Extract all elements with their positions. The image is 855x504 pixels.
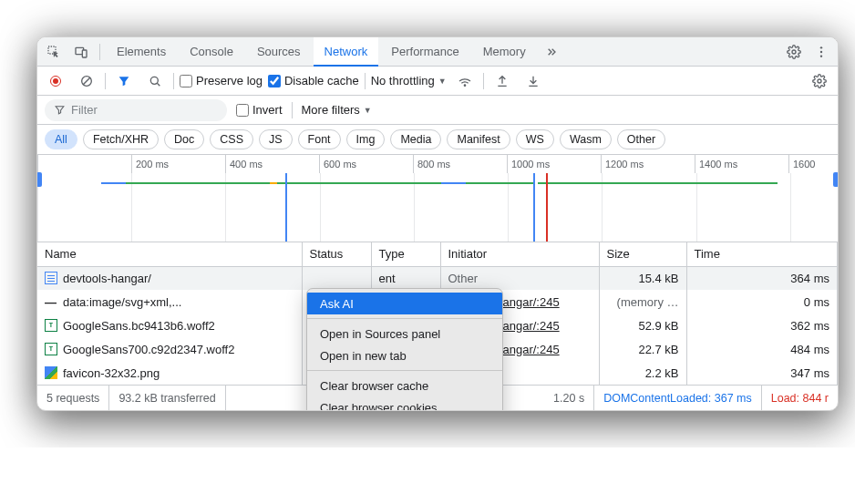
type-pill-all[interactable]: All <box>45 129 77 149</box>
timeline-tick: 1600 <box>788 155 838 173</box>
search-icon[interactable] <box>142 68 168 94</box>
dash-icon <box>45 295 57 308</box>
preserve-log-checkbox[interactable]: Preserve log <box>180 74 263 87</box>
context-menu: Ask AI Open in Sources panel Open in new… <box>306 288 503 411</box>
timeline-tick: 1200 ms <box>601 155 695 173</box>
col-initiator[interactable]: Initiator <box>440 242 599 266</box>
svg-point-9 <box>150 77 158 84</box>
kebab-menu-icon[interactable] <box>809 39 834 65</box>
svg-rect-2 <box>82 50 87 57</box>
timeline-tick: 600 ms <box>319 155 413 173</box>
tab-console[interactable]: Console <box>179 37 244 67</box>
type-pill-wasm[interactable]: Wasm <box>560 129 612 149</box>
status-load: Load: 844 r <box>762 386 838 410</box>
tab-network[interactable]: Network <box>314 37 379 67</box>
ctx-open-sources[interactable]: Open in Sources panel <box>307 323 502 345</box>
svg-line-8 <box>83 77 90 85</box>
col-name[interactable]: Name <box>37 242 302 266</box>
network-settings-icon[interactable] <box>807 68 832 94</box>
network-filter-row: Filter Invert More filters▼ <box>37 96 838 125</box>
timeline-handle-start[interactable] <box>36 172 42 187</box>
ctx-ask-ai[interactable]: Ask AI <box>307 293 502 314</box>
more-tabs-icon[interactable] <box>539 39 564 65</box>
status-dcl: DOMContentLoaded: 367 ms <box>594 386 762 410</box>
filter-icon[interactable] <box>111 68 137 94</box>
ctx-open-new-tab[interactable]: Open in new tab <box>307 345 502 366</box>
filter-input[interactable]: Filter <box>45 99 227 121</box>
invert-checkbox[interactable]: Invert <box>236 103 283 117</box>
svg-point-4 <box>820 46 822 48</box>
col-size[interactable]: Size <box>599 242 686 266</box>
tab-memory[interactable]: Memory <box>472 37 537 67</box>
table-row[interactable]: devtools-hangar/entOther15.4 kB364 ms <box>37 266 838 290</box>
devtools-tabs-strip: Elements Console Sources Network Perform… <box>37 37 838 67</box>
img-icon <box>45 366 57 379</box>
tab-performance[interactable]: Performance <box>380 37 469 67</box>
timeline-handle-end[interactable] <box>833 172 839 187</box>
status-requests: 5 requests <box>37 386 109 410</box>
timeline-tick: 400 ms <box>225 155 319 173</box>
table-header-row[interactable]: Name Status Type Initiator Size Time <box>37 242 838 266</box>
svg-point-3 <box>792 50 796 54</box>
status-transferred: 93.2 kB transferred <box>109 386 225 410</box>
throttling-dropdown[interactable]: No throttling▼ <box>371 74 447 87</box>
ctx-clear-cookies[interactable]: Clear browser cookies <box>307 396 502 411</box>
tab-sources[interactable]: Sources <box>246 37 312 67</box>
timeline-tick: 1400 ms <box>695 155 788 173</box>
type-pill-css[interactable]: CSS <box>210 129 253 149</box>
type-pill-ws[interactable]: WS <box>516 129 554 149</box>
import-har-icon[interactable] <box>520 68 546 94</box>
timeline-overview[interactable]: 200 ms 400 ms 600 ms 800 ms 1000 ms 1200… <box>37 155 838 242</box>
inspect-element-icon[interactable] <box>41 39 67 65</box>
type-pill-media[interactable]: Media <box>390 129 441 149</box>
svg-point-11 <box>464 85 465 86</box>
export-har-icon[interactable] <box>489 68 515 94</box>
type-pill-img[interactable]: Img <box>346 129 386 149</box>
font-icon <box>45 319 57 332</box>
resource-type-filters: All Fetch/XHR Doc CSS JS Font Img Media … <box>37 125 838 155</box>
doc-icon <box>45 272 57 284</box>
type-pill-js[interactable]: JS <box>259 129 293 149</box>
settings-icon[interactable] <box>781 39 807 65</box>
type-pill-font[interactable]: Font <box>298 129 341 149</box>
disable-cache-checkbox[interactable]: Disable cache <box>268 74 359 87</box>
timeline-tick: 1000 ms <box>507 155 601 173</box>
type-pill-other[interactable]: Other <box>617 129 665 149</box>
timeline-tick <box>37 155 131 173</box>
network-toolbar: Preserve log Disable cache No throttling… <box>37 67 838 96</box>
svg-point-12 <box>818 79 821 83</box>
font-icon <box>45 343 57 355</box>
timeline-tick: 800 ms <box>413 155 507 173</box>
ctx-clear-cache[interactable]: Clear browser cache <box>307 375 502 396</box>
col-status[interactable]: Status <box>302 242 371 266</box>
type-pill-doc[interactable]: Doc <box>164 129 204 149</box>
record-button[interactable] <box>43 68 68 94</box>
device-toolbar-icon[interactable] <box>68 39 94 65</box>
svg-point-5 <box>820 50 822 52</box>
svg-point-6 <box>820 55 822 57</box>
clear-icon[interactable] <box>74 68 99 94</box>
type-pill-manifest[interactable]: Manifest <box>447 129 510 149</box>
more-filters-dropdown[interactable]: More filters▼ <box>302 103 372 117</box>
svg-line-10 <box>157 83 160 86</box>
timeline-tick: 200 ms <box>131 155 225 173</box>
tab-elements[interactable]: Elements <box>106 37 177 67</box>
devtools-window: Elements Console Sources Network Perform… <box>36 36 839 411</box>
col-time[interactable]: Time <box>686 242 838 266</box>
col-type[interactable]: Type <box>371 242 440 266</box>
type-pill-fetchxhr[interactable]: Fetch/XHR <box>83 129 159 149</box>
network-conditions-icon[interactable] <box>452 68 478 94</box>
